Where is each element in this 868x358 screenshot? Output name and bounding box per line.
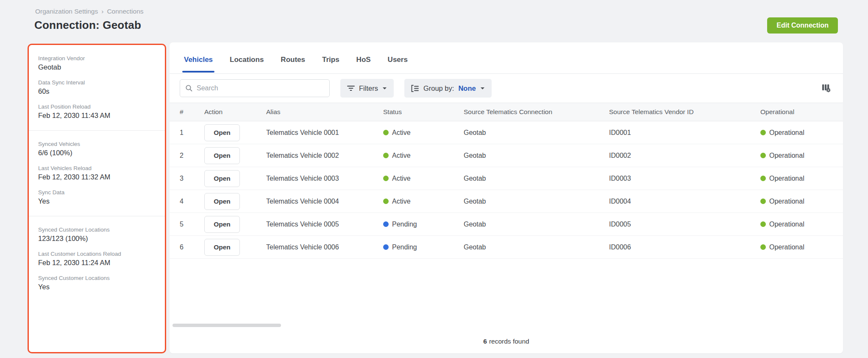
horizontal-scrollbar[interactable] <box>172 324 281 327</box>
records-found-status: 6 records found <box>170 330 843 353</box>
vehicle-alias: Telematics Vehicle 0001 <box>266 129 383 137</box>
info-field: Synced Vehicles 6/6 (100%) <box>38 141 155 157</box>
tab-bar: VehiclesLocationsRoutesTripsHoSUsers <box>170 42 843 74</box>
open-button[interactable]: Open <box>204 239 240 256</box>
edit-connection-button[interactable]: Edit Connection <box>767 17 838 34</box>
tab-locations[interactable]: Locations <box>229 56 264 73</box>
operational-label: Operational <box>769 175 804 182</box>
chevron-down-icon <box>480 87 485 90</box>
row-index: 1 <box>180 129 204 137</box>
table-row: 6 Open Telematics Vehicle 0006 Pending G… <box>170 236 843 259</box>
info-field: Last Position Reload Feb 12, 2030 11:43 … <box>38 103 155 120</box>
row-index: 6 <box>180 243 204 251</box>
info-field-value: Feb 12, 2030 11:43 AM <box>38 112 155 120</box>
info-field-value: Feb 12, 2030 11:24 AM <box>38 259 155 267</box>
info-field-value: Yes <box>38 197 155 205</box>
page-title: Connection: Geotab <box>34 19 141 32</box>
info-field: Last Customer Locations Reload Feb 12, 2… <box>38 251 155 267</box>
info-field-label: Last Vehicles Reload <box>38 165 155 171</box>
breadcrumb-organization-settings[interactable]: Organization Settings <box>35 8 98 15</box>
column-header: Source Telematics Vendor ID <box>609 108 760 116</box>
operational-dot <box>760 176 766 181</box>
info-section: Synced Customer Locations 123/123 (100%)… <box>29 216 165 302</box>
status-dot <box>383 153 389 158</box>
operational-dot <box>760 130 766 135</box>
tab-users[interactable]: Users <box>387 56 409 73</box>
connection-info-panel: Integration Vendor Geotab Data Sync Inte… <box>28 44 166 353</box>
info-field: Last Vehicles Reload Feb 12, 2030 11:32 … <box>38 165 155 181</box>
table-row: 2 Open Telematics Vehicle 0002 Active Ge… <box>170 144 843 167</box>
table-row: 3 Open Telematics Vehicle 0003 Active Ge… <box>170 167 843 190</box>
info-field-label: Last Customer Locations Reload <box>38 251 155 257</box>
operational-label: Operational <box>769 129 804 137</box>
search-input[interactable] <box>197 84 324 92</box>
source-telematics-connection: Geotab <box>464 175 609 182</box>
info-field-label: Synced Customer Locations <box>38 275 155 281</box>
group-by-button[interactable]: Group by: None <box>404 79 492 98</box>
filters-button[interactable]: Filters <box>340 79 394 98</box>
column-header: # <box>180 108 204 116</box>
info-field-value: Feb 12, 2030 11:32 AM <box>38 173 155 181</box>
vehicle-alias: Telematics Vehicle 0003 <box>266 175 383 182</box>
operational-label: Operational <box>769 152 804 159</box>
records-label: records found <box>489 338 529 345</box>
group-by-label: Group by: <box>423 84 454 92</box>
info-field-value: 60s <box>38 87 155 95</box>
column-settings-icon <box>822 84 831 93</box>
source-telematics-connection: Geotab <box>464 221 609 228</box>
open-button[interactable]: Open <box>204 216 240 233</box>
info-field: Synced Customer Locations 123/123 (100%) <box>38 227 155 243</box>
source-telematics-connection: Geotab <box>464 198 609 205</box>
filters-label: Filters <box>359 84 378 92</box>
table-row: 4 Open Telematics Vehicle 0004 Active Ge… <box>170 190 843 213</box>
operational-label: Operational <box>769 198 804 205</box>
row-index: 5 <box>180 221 204 228</box>
row-index: 2 <box>180 152 204 159</box>
breadcrumb-separator-icon: › <box>101 8 103 15</box>
info-field-label: Synced Customer Locations <box>38 227 155 233</box>
filter-icon <box>347 85 355 91</box>
status-label: Active <box>392 175 411 182</box>
search-icon <box>185 84 193 92</box>
info-field-label: Synced Vehicles <box>38 141 155 147</box>
source-telematics-connection: Geotab <box>464 243 609 251</box>
tab-vehicles[interactable]: Vehicles <box>183 56 214 73</box>
source-telematics-vendor-id: ID0004 <box>609 198 760 205</box>
open-button[interactable]: Open <box>204 124 240 141</box>
table-body: 1 Open Telematics Vehicle 0001 Active Ge… <box>170 121 843 259</box>
source-telematics-vendor-id: ID0006 <box>609 243 760 251</box>
status-dot <box>383 244 389 250</box>
breadcrumb-connections[interactable]: Connections <box>107 8 143 15</box>
info-field: Data Sync Interval 60s <box>38 79 155 95</box>
info-field-value: Geotab <box>38 63 155 71</box>
source-telematics-connection: Geotab <box>464 152 609 159</box>
operational-dot <box>760 221 766 227</box>
vehicle-alias: Telematics Vehicle 0004 <box>266 198 383 205</box>
open-button[interactable]: Open <box>204 193 240 210</box>
operational-dot <box>760 153 766 158</box>
open-button[interactable]: Open <box>204 170 240 187</box>
search-box[interactable] <box>180 79 330 97</box>
info-field-label: Sync Data <box>38 189 155 196</box>
status-label: Active <box>392 198 411 205</box>
tab-hos[interactable]: HoS <box>356 56 372 73</box>
info-section: Synced Vehicles 6/6 (100%) Last Vehicles… <box>29 130 165 216</box>
source-telematics-vendor-id: ID0002 <box>609 152 760 159</box>
status-label: Active <box>392 129 411 137</box>
operational-dot <box>760 199 766 204</box>
column-settings-button[interactable] <box>820 82 833 95</box>
source-telematics-vendor-id: ID0001 <box>609 129 760 137</box>
source-telematics-vendor-id: ID0003 <box>609 175 760 182</box>
info-field-label: Data Sync Interval <box>38 79 155 86</box>
row-index: 4 <box>180 198 204 205</box>
status-dot <box>383 221 389 227</box>
tab-trips[interactable]: Trips <box>321 56 340 73</box>
tab-routes[interactable]: Routes <box>280 56 306 73</box>
info-field-label: Integration Vendor <box>38 55 155 62</box>
column-header: Operational <box>760 108 843 116</box>
table-row: 5 Open Telematics Vehicle 0005 Pending G… <box>170 213 843 236</box>
info-field-value: Yes <box>38 283 155 291</box>
vehicle-alias: Telematics Vehicle 0005 <box>266 221 383 228</box>
table-header-row: #ActionAliasStatusSource Telematics Conn… <box>170 103 843 121</box>
open-button[interactable]: Open <box>204 147 240 164</box>
